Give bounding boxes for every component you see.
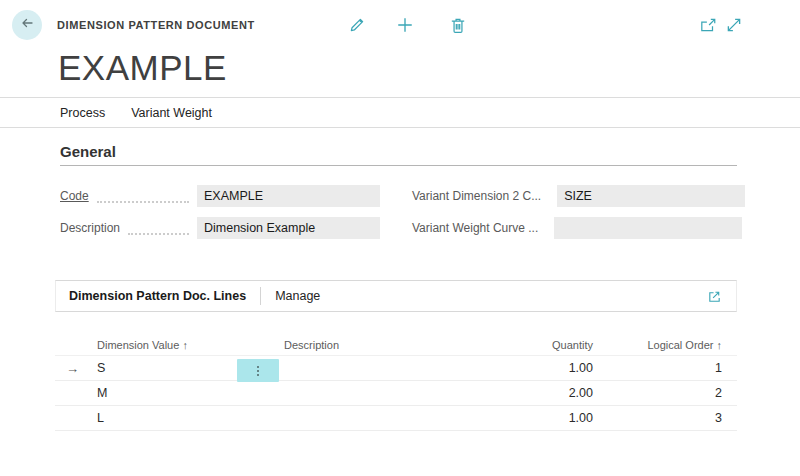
field-description: Description Dimension Example — [60, 217, 380, 239]
cell-logical-order[interactable]: 3 — [600, 411, 737, 425]
top-action-bar: DIMENSION PATTERN DOCUMENT — [0, 0, 800, 50]
plus-icon — [396, 20, 414, 37]
lines-table: Dimension Value ↑ Description Quantity L… — [55, 334, 737, 431]
field-code: Code EXAMPLE — [60, 185, 380, 207]
col-header-quantity[interactable]: Quantity — [460, 339, 600, 351]
part-expand-button[interactable] — [707, 289, 722, 304]
page-caption: DIMENSION PATTERN DOCUMENT — [57, 0, 255, 50]
variant-dimension-2-label: Variant Dimension 2 C... — [412, 189, 541, 203]
pencil-icon — [348, 20, 366, 37]
description-label: Description — [60, 221, 120, 235]
cell-dimension-value[interactable]: M — [90, 386, 280, 400]
variant-weight-curve-input[interactable] — [554, 217, 742, 239]
code-label[interactable]: Code — [60, 189, 89, 203]
ellipsis-icon — [257, 366, 259, 368]
page-title: EXAMPLE — [58, 48, 227, 88]
code-input[interactable]: EXAMPLE — [197, 185, 380, 207]
active-row-indicator: → — [55, 361, 90, 376]
table-row[interactable]: → S 1.00 1 — [55, 356, 737, 381]
diagonal-resize-icon — [725, 20, 743, 37]
cell-quantity[interactable]: 2.00 — [460, 386, 600, 400]
menu-item-process[interactable]: Process — [60, 106, 105, 120]
back-arrow-icon — [19, 15, 35, 35]
expand-part-icon — [707, 289, 722, 304]
cell-logical-order[interactable]: 1 — [600, 361, 737, 375]
col-header-dimension-value[interactable]: Dimension Value ↑ — [90, 339, 280, 351]
manage-menu-item[interactable]: Manage — [275, 289, 320, 303]
col-header-logical-order[interactable]: Logical Order ↑ — [600, 339, 737, 351]
toggle-width-button[interactable] — [725, 16, 743, 34]
field-variant-weight-curve: Variant Weight Curve ... — [412, 217, 737, 239]
part-header-bar: Dimension Pattern Doc. Lines Manage — [55, 280, 737, 312]
dimension-pattern-doc-lines-part: Dimension Pattern Doc. Lines Manage Dime… — [55, 280, 737, 476]
menu-item-variant-weight[interactable]: Variant Weight — [131, 106, 212, 120]
variant-weight-curve-label: Variant Weight Curve ... — [412, 221, 538, 235]
trash-icon — [449, 20, 467, 37]
dotted-leader — [97, 190, 189, 203]
action-menu-bar: Process Variant Weight — [0, 97, 800, 128]
general-section-heading[interactable]: General — [60, 143, 116, 160]
add-button[interactable] — [396, 16, 414, 34]
part-caption: Dimension Pattern Doc. Lines — [69, 289, 246, 303]
assist-edit-button[interactable] — [237, 359, 279, 382]
table-header-row: Dimension Value ↑ Description Quantity L… — [55, 334, 737, 356]
table-row[interactable]: M 2.00 2 — [55, 381, 737, 406]
cell-quantity[interactable]: 1.00 — [460, 361, 600, 375]
variant-dimension-2-input[interactable]: SIZE — [557, 185, 745, 207]
back-button[interactable] — [12, 10, 42, 40]
description-input[interactable]: Dimension Example — [197, 217, 380, 239]
edit-button[interactable] — [348, 16, 366, 34]
delete-button[interactable] — [449, 16, 467, 34]
table-row[interactable]: L 1.00 3 — [55, 406, 737, 431]
col-header-description[interactable]: Description — [280, 339, 460, 351]
cell-logical-order[interactable]: 2 — [600, 386, 737, 400]
dotted-leader — [128, 222, 189, 235]
cell-quantity[interactable]: 1.00 — [460, 411, 600, 425]
part-header-divider — [260, 287, 261, 305]
dimension-pattern-document-page: DIMENSION PATTERN DOCUMENT — [0, 0, 800, 476]
right-arrow-icon: → — [66, 361, 79, 376]
cell-dimension-value[interactable]: L — [90, 411, 280, 425]
general-section-rule — [60, 165, 737, 166]
field-variant-dimension-2-code: Variant Dimension 2 C... SIZE — [412, 185, 737, 207]
open-in-window-button[interactable] — [699, 16, 717, 34]
ellipsis-icon — [257, 370, 259, 372]
popout-icon — [699, 20, 717, 37]
ellipsis-icon — [257, 374, 259, 376]
